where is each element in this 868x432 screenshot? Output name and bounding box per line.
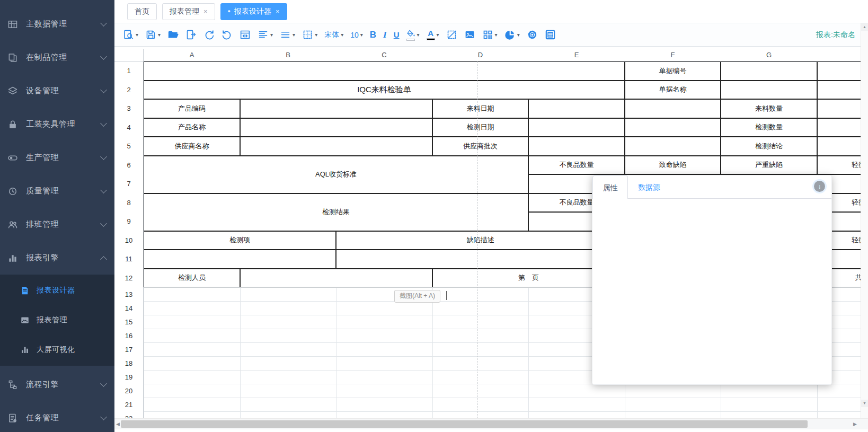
cell-F2[interactable]: 单据名称 [625,81,721,100]
cell-A1[interactable] [144,61,625,81]
column-header-B[interactable]: B [240,49,336,61]
row-header-1[interactable]: 1 [114,61,144,81]
row-header-11[interactable]: 11 [114,250,144,269]
cell-A4[interactable]: 产品名称 [144,118,240,137]
font-color-button[interactable]: A▾ [427,23,439,47]
settings-button[interactable] [527,23,538,47]
cell-A10[interactable]: 检测项 [144,231,336,250]
row-header-19[interactable]: 19 [114,370,144,384]
close-tab-icon[interactable]: × [203,8,208,15]
open-button[interactable] [167,23,179,47]
view-tab-报表设计器[interactable]: ●报表设计器× [220,3,287,20]
insert-image-button[interactable] [464,23,475,47]
font-size-button[interactable]: 10▾ [350,23,363,47]
sidebar-item-大屏可视化[interactable]: 大屏可视化 [0,335,114,365]
cell-H4[interactable] [817,118,861,137]
export-button[interactable] [185,23,197,47]
bold-button[interactable]: B [370,23,376,47]
cell-H5[interactable] [817,137,861,156]
save-button[interactable]: ▾ [145,23,161,47]
cell-H2[interactable] [817,81,861,100]
cell-E3[interactable] [528,99,625,118]
cell-A12[interactable]: 检测人员 [144,269,240,288]
cell-F6[interactable]: 致命缺陷 [625,156,721,175]
spreadsheet[interactable]: ABCDEFGH12345678910111213141516171819202… [114,49,861,418]
view-tab-报表管理[interactable]: 报表管理× [162,3,215,20]
cell-G1[interactable] [721,61,817,81]
cell-G5[interactable]: 检测结论 [721,137,817,156]
scroll-down-arrow[interactable]: ▼ [861,400,868,407]
horizontal-scrollbar[interactable]: ◀ ▶ [114,418,868,429]
panel-tab-datasource[interactable]: 数据源 [638,175,660,199]
sidebar-item-生产管理[interactable]: 生产管理 [0,141,114,174]
sidebar-item-排班管理[interactable]: 排班管理 [0,208,114,241]
preview-button[interactable]: ▾ [123,23,138,47]
column-header-C[interactable]: C [336,49,432,61]
cell-C11[interactable] [336,250,625,269]
row-header-20[interactable]: 20 [114,384,144,398]
cell-H3[interactable] [817,99,861,118]
sidebar-item-工装夹具管理[interactable]: 工装夹具管理 [0,108,114,141]
cell-B5[interactable] [240,137,432,156]
row-lines-button[interactable]: ▾ [280,23,295,47]
sidebar-item-报表引擎[interactable]: 报表引擎 [0,241,114,275]
cell-A5[interactable]: 供应商名称 [144,137,240,156]
sidebar-item-在制品管理[interactable]: 在制品管理 [0,41,114,74]
fill-color-button[interactable]: ▾ [406,23,420,47]
cell-B12[interactable] [240,269,432,288]
qrcode-button[interactable]: ▾ [482,23,498,47]
row-header-16[interactable]: 16 [114,329,144,342]
cell-H1[interactable] [817,61,861,81]
view-tab-首页[interactable]: 首页 [127,3,157,20]
panel-toggle-button[interactable] [545,23,556,47]
cell-C10[interactable]: 缺陷描述 [336,231,625,250]
row-header-13[interactable]: 13 [114,287,144,301]
sidebar-item-报表设计器[interactable]: 报表设计器 [0,276,114,305]
row-header-9[interactable]: 9 [114,212,144,231]
scroll-right-arrow[interactable]: ▶ [852,419,858,429]
row-header-3[interactable]: 3 [114,99,144,118]
row-header-4[interactable]: 4 [114,118,144,137]
row-header-17[interactable]: 17 [114,342,144,356]
cell-B3[interactable] [240,99,432,118]
cell-A8[interactable]: 检测结果 [144,193,528,231]
cell-D5[interactable]: 供应商批次 [432,137,528,156]
cell-E6[interactable]: 不良品数量 [528,156,625,175]
row-header-10[interactable]: 10 [114,231,144,250]
row-header-21[interactable]: 21 [114,398,144,411]
row-header-18[interactable]: 18 [114,356,144,370]
column-header-H[interactable]: H [817,49,861,61]
column-header-D[interactable]: D [432,49,528,61]
undo-button[interactable] [222,23,233,47]
column-header-E[interactable]: E [528,49,625,61]
cell-B4[interactable] [240,118,432,137]
cell-A11[interactable] [144,250,336,269]
column-header-G[interactable]: G [721,49,817,61]
cell-A3[interactable]: 产品编码 [144,99,240,118]
underline-button[interactable]: U [394,23,400,47]
cell-A2[interactable]: IQC来料检验单 [144,81,625,100]
horizontal-scroll-thumb[interactable] [121,420,808,428]
panel-collapse-button[interactable]: ↓ [814,181,825,192]
row-header-22[interactable]: 22 [114,411,144,418]
italic-button[interactable]: I [383,23,387,47]
sidebar-item-质量管理[interactable]: 质量管理 [0,174,114,208]
sidebar-item-设备管理[interactable]: 设备管理 [0,74,114,108]
row-header-12[interactable]: 12 [114,269,144,288]
font-family-button[interactable]: 宋体▾ [324,23,343,47]
align-button[interactable]: ▾ [258,23,273,47]
row-header-5[interactable]: 5 [114,137,144,156]
chart-button[interactable]: ▾ [504,23,520,47]
diagonal-cell-button[interactable] [446,23,457,47]
cell-G3[interactable]: 来料数量 [721,99,817,118]
panel-tab-properties[interactable]: 属性 [592,175,628,199]
row-header-2[interactable]: 2 [114,81,144,100]
row-header-15[interactable]: 15 [114,315,144,329]
column-header-A[interactable]: A [144,49,240,61]
row-header-8[interactable]: 8 [114,193,144,213]
cell-G2[interactable] [721,81,817,100]
column-header-F[interactable]: F [625,49,721,61]
sidebar-item-任务管理[interactable]: 任务管理 [0,401,114,432]
cell-E5[interactable] [528,137,625,156]
merge-cells-button[interactable] [240,23,251,47]
